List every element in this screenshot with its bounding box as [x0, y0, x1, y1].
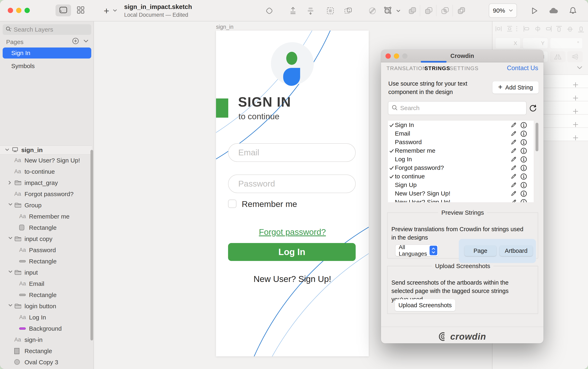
send-to-back-button[interactable] [288, 6, 298, 16]
chevron-down-icon[interactable] [5, 148, 9, 152]
edit-string-icon[interactable] [510, 190, 517, 198]
layer-row[interactable]: AaNew User? Sign Up! [0, 155, 92, 166]
string-row[interactable]: Remember me [388, 146, 534, 155]
remember-me-checkbox[interactable] [228, 199, 236, 208]
string-info-icon[interactable] [520, 165, 527, 172]
boolean-union-button[interactable] [408, 6, 417, 16]
layer-row[interactable]: Rectangle [0, 222, 92, 233]
sidebar-page-symbols[interactable]: Symbols [3, 60, 91, 71]
cloud-sync-icon[interactable] [548, 6, 558, 16]
string-row[interactable]: New User? Sign Up! [388, 189, 534, 198]
zoom-level-select[interactable]: 90% [489, 3, 517, 18]
y-position-field[interactable]: Y [523, 38, 548, 49]
chevron-down-icon[interactable] [8, 304, 13, 308]
align-center-horizontal-icon[interactable] [534, 25, 542, 33]
add-page-button[interactable] [72, 37, 79, 45]
preview-play-button[interactable] [530, 6, 539, 16]
string-info-icon[interactable] [520, 173, 527, 181]
layer-row[interactable]: Background [0, 323, 92, 334]
pages-collapse-chevron-icon[interactable] [83, 39, 89, 43]
flip-horizontal-button[interactable] [550, 51, 566, 62]
edit-string-icon[interactable] [510, 156, 517, 163]
preview-page-button[interactable]: Page [464, 245, 496, 256]
edit-string-icon[interactable] [510, 122, 517, 129]
upload-screenshots-button[interactable]: Upload Screenshots [395, 299, 455, 311]
forgot-password-link[interactable]: Forgot password? [216, 227, 369, 237]
layer-row[interactable]: impact_gray [0, 177, 92, 188]
string-row[interactable]: Email [388, 129, 534, 138]
layer-row[interactable]: AaForgot password? [0, 188, 92, 199]
layer-row[interactable]: input copy [0, 233, 92, 244]
string-row[interactable]: Sign In [388, 121, 534, 129]
string-info-icon[interactable] [520, 199, 527, 202]
password-field[interactable]: Password [228, 175, 356, 193]
layer-row[interactable]: Rectangle [0, 289, 92, 300]
align-right-icon[interactable] [544, 25, 553, 33]
layer-row[interactable]: AaLog In [0, 312, 92, 323]
artboard-group-row[interactable]: sign_in [0, 145, 92, 155]
ungroup-button[interactable] [343, 6, 353, 16]
layer-row[interactable]: Aasign-in [0, 334, 92, 345]
layer-row[interactable]: input [0, 267, 92, 278]
chevron-down-icon[interactable] [8, 203, 13, 207]
resize-artboard-button[interactable] [383, 6, 393, 16]
string-info-icon[interactable] [520, 147, 527, 155]
layer-row[interactable]: Group [0, 199, 92, 211]
layer-row[interactable]: Rectangle [0, 256, 92, 267]
edit-string-icon[interactable] [510, 182, 517, 189]
chevron-down-icon[interactable] [8, 270, 13, 274]
x-position-field[interactable]: X [495, 38, 521, 49]
chevron-down-icon[interactable] [8, 237, 13, 240]
boolean-difference-button[interactable] [457, 6, 466, 16]
sign-in-artboard[interactable]: SIGN IN to continue Email Password Remem… [216, 30, 369, 356]
group-button[interactable] [326, 6, 335, 16]
edit-string-icon[interactable] [510, 130, 517, 138]
edit-string-icon[interactable] [510, 147, 517, 155]
layer-row[interactable]: AaEmail [0, 278, 92, 289]
strings-search-field[interactable] [388, 101, 526, 115]
contact-us-link[interactable]: Contact Us [507, 64, 538, 72]
edit-string-icon[interactable] [510, 165, 517, 172]
layer-row[interactable]: login button [0, 300, 92, 312]
chevron-right-icon[interactable] [8, 180, 11, 186]
align-middle-vertical-icon[interactable] [566, 25, 574, 34]
flip-vertical-button[interactable] [567, 51, 583, 62]
tab-translation[interactable]: TRANSLATION [387, 65, 427, 71]
distribute-horizontally-icon[interactable] [495, 25, 502, 33]
toggle-sidebar-button[interactable] [55, 4, 71, 16]
strings-search-input[interactable] [400, 105, 523, 111]
edit-string-icon[interactable] [510, 139, 517, 146]
artboard-title-label[interactable]: sign_in [216, 24, 234, 30]
distribute-vertically-icon[interactable] [506, 25, 513, 33]
string-row[interactable]: Log In [388, 155, 534, 163]
sidebar-scrollbar[interactable] [90, 150, 93, 340]
layer-row[interactable]: AaPassword [0, 244, 92, 256]
boolean-intersect-button[interactable] [440, 6, 450, 16]
tab-settings[interactable]: SETTINGS [450, 65, 479, 71]
search-layers-field[interactable]: Search Layers [3, 24, 91, 35]
string-info-icon[interactable] [520, 139, 527, 147]
log-in-button[interactable]: Log In [228, 243, 356, 261]
tab-strings[interactable]: STRINGS [424, 65, 450, 71]
string-info-icon[interactable] [520, 130, 527, 138]
insert-button[interactable]: + [104, 5, 109, 16]
create-symbol-button[interactable] [264, 6, 274, 16]
sign-up-text[interactable]: New User? Sign Up! [216, 274, 369, 284]
email-field[interactable]: Email [228, 143, 356, 162]
strings-scrollbar-thumb[interactable] [536, 123, 538, 151]
distribute-layers-button[interactable] [306, 6, 315, 16]
edit-string-icon[interactable] [510, 199, 517, 202]
grid-view-button[interactable] [74, 4, 88, 16]
boolean-subtract-button[interactable] [424, 6, 434, 16]
string-row[interactable]: Sign Up [388, 181, 534, 189]
notifications-bell-icon[interactable] [568, 6, 578, 16]
language-select[interactable]: All Languages [395, 245, 439, 256]
layer-row[interactable]: AaRemember me [0, 211, 92, 222]
strings-scrollbar[interactable] [535, 121, 539, 201]
string-info-icon[interactable] [520, 122, 527, 130]
sidebar-page-sign-in[interactable]: Sign In [3, 48, 91, 59]
edit-string-icon[interactable] [510, 173, 517, 180]
preview-artboard-button[interactable]: Artboard [500, 245, 533, 256]
string-row[interactable]: to continue [388, 172, 534, 181]
minimize-window-button[interactable] [16, 8, 21, 13]
